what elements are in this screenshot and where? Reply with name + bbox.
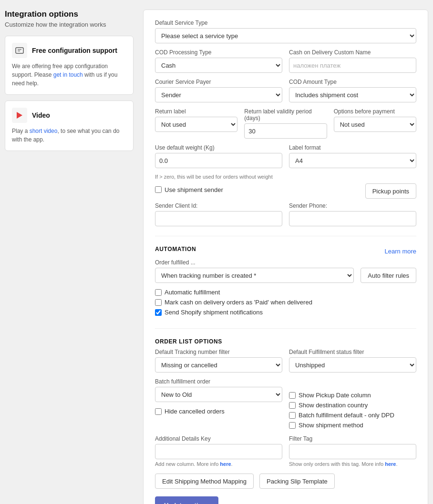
fulfillment-filter-label: Default Fulfillment status filter (289, 349, 416, 355)
send-shopify-checkbox[interactable] (155, 309, 162, 316)
get-in-touch-link[interactable]: get in touch (53, 71, 83, 78)
sender-phone-label: Sender Phone: (289, 202, 416, 209)
show-shipment-method-checkbox[interactable] (289, 422, 296, 429)
batch-order-select[interactable]: New to Old (155, 387, 282, 402)
show-pickup-date-row: Show Pickup Date column (289, 392, 416, 399)
additional-details-input[interactable] (155, 444, 282, 459)
tracking-filter-select[interactable]: Missing or cancelled (155, 357, 282, 373)
video-text: Play a short video, to see what you can … (12, 127, 126, 144)
edit-shipping-button[interactable]: Edit Shipping Method Mapping (155, 474, 254, 489)
video-title: Video (32, 111, 50, 119)
options-before-payment-select[interactable]: Not used (334, 117, 416, 132)
default-weight-label: Use default weight (Kg) (155, 144, 282, 151)
send-shopify-label: Send Shopify shipment notifications (165, 309, 263, 316)
cod-amount-type-select[interactable]: Includes shipment cost (289, 87, 416, 102)
pickup-points-button[interactable]: Pickup points (365, 183, 416, 199)
default-service-select[interactable]: Please select a service type (155, 28, 416, 43)
config-support-card: Free configuration support We are offeri… (5, 36, 134, 95)
learn-more-link[interactable]: Learn more (385, 248, 416, 255)
show-destination-checkbox[interactable] (289, 402, 296, 409)
filter-tag-input[interactable] (289, 444, 416, 459)
main-panel: Default Service Type Please select a ser… (143, 10, 428, 504)
cod-custom-name-label: Cash on Delivery Custom Name (289, 49, 416, 56)
sidebar-title: Integration options (5, 10, 134, 19)
additional-details-label: Additional Details Key (155, 435, 282, 442)
auto-filter-rules-button[interactable]: Auto filter rules (361, 268, 416, 283)
video-header: Video (12, 108, 126, 123)
send-shopify-row: Send Shopify shipment notifications (155, 309, 416, 316)
default-service-label: Default Service Type (155, 20, 416, 26)
auto-fulfillment-checkbox[interactable] (155, 289, 162, 296)
mark-cod-checkbox[interactable] (155, 299, 162, 306)
config-icon (12, 43, 27, 58)
sidebar-subtitle: Customize how the integration works (5, 21, 134, 28)
auto-fulfillment-label: Automatic fulfillment (165, 289, 220, 296)
video-card: Video Play a short video, to see what yo… (5, 101, 134, 151)
label-format-select[interactable]: A4 (289, 153, 416, 168)
svg-rect-0 (16, 48, 23, 53)
sender-client-id-label: Sender Client Id: (155, 202, 282, 209)
packing-slip-button[interactable]: Packing Slip Template (259, 474, 335, 489)
service-section: Default Service Type Please select a ser… (155, 20, 416, 236)
use-shipment-sender-checkbox[interactable] (155, 186, 162, 193)
weight-hint: If > zero, this will be used for orders … (155, 174, 416, 180)
order-fulfilled-select[interactable]: When tracking number is created * (155, 268, 354, 283)
show-pickup-date-checkbox[interactable] (289, 392, 296, 399)
filter-tag-label: Filter Tag (289, 435, 416, 442)
batch-fulfillment-dpd-row: Batch fulfillment default - only DPD (289, 412, 416, 419)
automation-header: AUTOMATION Learn more (155, 246, 416, 256)
hide-cancelled-label: Hide cancelled orders (165, 408, 225, 415)
courier-payer-select[interactable]: Sender (155, 87, 282, 102)
show-destination-row: Show destination country (289, 402, 416, 409)
automation-section: AUTOMATION Learn more Order fulfilled ..… (155, 246, 416, 329)
use-shipment-sender-label: Use shipment sender (165, 186, 223, 193)
show-shipment-method-label: Show shipment method (299, 422, 363, 429)
sidebar: Integration options Customize how the in… (5, 10, 143, 504)
play-icon-container (12, 108, 27, 123)
return-label-select[interactable]: Not used (155, 117, 237, 132)
return-label-validity-label: Return label validity period (days) (244, 108, 327, 121)
order-list-section: ORDER LIST OPTIONS Default Tracking numb… (155, 338, 416, 504)
label-format-label: Label format (289, 144, 416, 151)
filter-hint: Show only orders with this tag. More inf… (289, 461, 416, 467)
additional-hint: Add new column. More info here. (155, 461, 282, 467)
default-weight-input[interactable] (155, 153, 282, 168)
sender-client-id-input[interactable] (155, 211, 282, 226)
batch-order-label: Batch fulfillment order (155, 378, 282, 385)
auto-fulfillment-row: Automatic fulfillment (155, 289, 416, 296)
mark-cod-label: Mark cash on delivery orders as 'Paid' w… (165, 299, 312, 306)
show-pickup-date-label: Show Pickup Date column (299, 392, 371, 399)
cod-amount-type-label: COD Amount Type (289, 79, 416, 85)
return-label-label: Return label (155, 108, 237, 115)
batch-fulfillment-dpd-checkbox[interactable] (289, 412, 296, 419)
options-before-payment-label: Options before payment (334, 108, 416, 115)
filter-hint-link[interactable]: here (385, 461, 396, 467)
cod-processing-label: COD Processing Type (155, 49, 282, 56)
show-shipment-method-row: Show shipment method (289, 422, 416, 429)
update-options-button[interactable]: Update options (155, 496, 218, 504)
sender-phone-input[interactable] (289, 211, 416, 226)
config-support-text: We are offering free app configuration s… (12, 62, 126, 88)
return-label-validity-input[interactable] (244, 123, 327, 139)
fulfillment-filter-select[interactable]: Unshipped (289, 357, 416, 373)
use-shipment-sender-row: Use shipment sender (155, 186, 223, 193)
show-destination-label: Show destination country (299, 402, 368, 409)
tracking-filter-label: Default Tracking number filter (155, 349, 282, 355)
courier-payer-label: Courier Service Payer (155, 79, 282, 85)
short-video-link[interactable]: short video (30, 128, 58, 134)
config-support-title: Free configuration support (32, 47, 117, 54)
order-list-heading: ORDER LIST OPTIONS (155, 338, 416, 345)
order-fulfilled-label: Order fulfilled ... (155, 259, 354, 266)
automation-heading: AUTOMATION (155, 246, 196, 252)
cod-custom-name-input[interactable] (289, 58, 416, 73)
hide-cancelled-row: Hide cancelled orders (155, 408, 282, 415)
additional-hint-link[interactable]: here (220, 461, 231, 467)
hide-cancelled-checkbox[interactable] (155, 408, 162, 415)
mark-cod-row: Mark cash on delivery orders as 'Paid' w… (155, 299, 416, 306)
play-icon (17, 112, 22, 119)
config-support-header: Free configuration support (12, 43, 126, 58)
cod-processing-select[interactable]: Cash (155, 58, 282, 73)
batch-fulfillment-dpd-label: Batch fulfillment default - only DPD (299, 412, 394, 419)
